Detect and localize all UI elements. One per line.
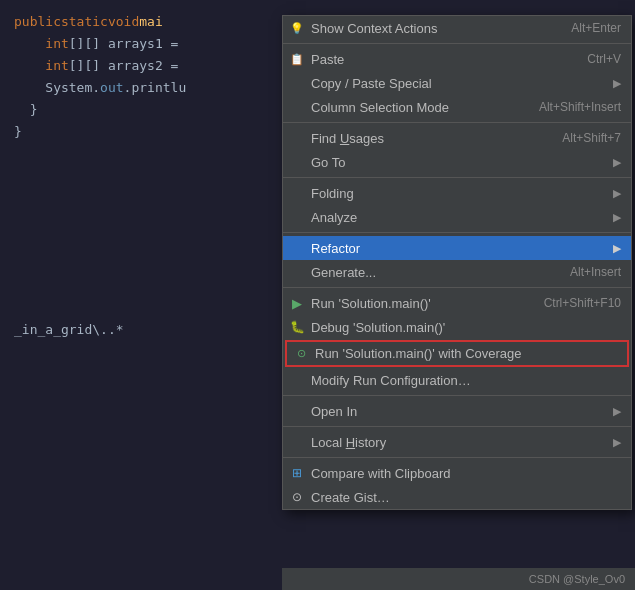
arrow-icon: ▶: [613, 77, 621, 90]
menu-label: Show Context Actions: [311, 21, 437, 36]
code-line-8: [0, 164, 280, 186]
run-icon: ▶: [289, 295, 305, 311]
code-editor: public static void mai int [][] arrays1 …: [0, 0, 280, 590]
menu-label: Go To: [311, 155, 345, 170]
menu-label: Refactor: [311, 241, 360, 256]
arrow-icon: ▶: [613, 156, 621, 169]
menu-label: Compare with Clipboard: [311, 466, 450, 481]
menu-label: Find Usages: [311, 131, 384, 146]
separator-8: [283, 457, 631, 458]
menu-item-modify-run[interactable]: Modify Run Configuration…: [283, 368, 631, 392]
code-line-15: _in_a_grid\..*: [0, 318, 280, 340]
code-line-9: [0, 186, 280, 208]
separator-1: [283, 43, 631, 44]
menu-item-debug[interactable]: 🐛 Debug 'Solution.main()': [283, 315, 631, 339]
shortcut: Alt+Enter: [571, 21, 621, 35]
menu-item-compare-clipboard[interactable]: ⊞ Compare with Clipboard: [283, 461, 631, 485]
separator-5: [283, 287, 631, 288]
shortcut: Alt+Shift+7: [562, 131, 621, 145]
shortcut: Ctrl+V: [587, 52, 621, 66]
menu-label: Debug 'Solution.main()': [311, 320, 445, 335]
shortcut: Alt+Insert: [570, 265, 621, 279]
menu-label: Run 'Solution.main()': [311, 296, 431, 311]
menu-label: Run 'Solution.main()' with Coverage: [315, 346, 522, 361]
code-line-7: [0, 142, 280, 164]
arrow-icon: ▶: [613, 405, 621, 418]
menu-item-show-context[interactable]: 💡 Show Context Actions Alt+Enter: [283, 16, 631, 40]
code-line-3: int [][] arrays2 =: [0, 54, 280, 76]
code-line-2: int [][] arrays1 =: [0, 32, 280, 54]
coverage-icon: ⊙: [293, 346, 309, 362]
shortcut: Alt+Shift+Insert: [539, 100, 621, 114]
paste-icon: 📋: [289, 51, 305, 67]
separator-4: [283, 232, 631, 233]
menu-item-run-coverage[interactable]: ⊙ Run 'Solution.main()' with Coverage: [285, 340, 629, 367]
menu-item-refactor[interactable]: Refactor ▶: [283, 236, 631, 260]
menu-item-create-gist[interactable]: ⊙ Create Gist…: [283, 485, 631, 509]
menu-label: Create Gist…: [311, 490, 390, 505]
code-line-10: [0, 208, 280, 230]
menu-label: Folding: [311, 186, 354, 201]
menu-label: Column Selection Mode: [311, 100, 449, 115]
code-line-5: }: [0, 98, 280, 120]
compare-icon: ⊞: [289, 465, 305, 481]
menu-item-local-history[interactable]: Local History ▶: [283, 430, 631, 454]
code-line-6: }: [0, 120, 280, 142]
arrow-icon: ▶: [613, 436, 621, 449]
menu-item-column-selection[interactable]: Column Selection Mode Alt+Shift+Insert: [283, 95, 631, 119]
menu-label: Local History: [311, 435, 386, 450]
code-line-12: [0, 252, 280, 274]
menu-item-find-usages[interactable]: Find Usages Alt+Shift+7: [283, 126, 631, 150]
menu-label: Copy / Paste Special: [311, 76, 432, 91]
code-line-13: [0, 274, 280, 296]
menu-label: Open In: [311, 404, 357, 419]
menu-item-copy-paste-special[interactable]: Copy / Paste Special ▶: [283, 71, 631, 95]
menu-item-open-in[interactable]: Open In ▶: [283, 399, 631, 423]
menu-label: Modify Run Configuration…: [311, 373, 471, 388]
separator-2: [283, 122, 631, 123]
menu-item-folding[interactable]: Folding ▶: [283, 181, 631, 205]
separator-3: [283, 177, 631, 178]
menu-item-generate[interactable]: Generate... Alt+Insert: [283, 260, 631, 284]
menu-item-analyze[interactable]: Analyze ▶: [283, 205, 631, 229]
debug-icon: 🐛: [289, 319, 305, 335]
code-line-1: public static void mai: [0, 10, 280, 32]
bulb-icon: 💡: [289, 20, 305, 36]
arrow-icon: ▶: [613, 242, 621, 255]
menu-label: Paste: [311, 52, 344, 67]
menu-item-paste[interactable]: 📋 Paste Ctrl+V: [283, 47, 631, 71]
bottom-bar-text: CSDN @Style_Ov0: [529, 573, 625, 585]
context-menu: 💡 Show Context Actions Alt+Enter 📋 Paste…: [282, 15, 632, 510]
separator-7: [283, 426, 631, 427]
code-line-4: System. out .printlu: [0, 76, 280, 98]
menu-label: Generate...: [311, 265, 376, 280]
shortcut: Ctrl+Shift+F10: [544, 296, 621, 310]
menu-item-go-to[interactable]: Go To ▶: [283, 150, 631, 174]
separator-6: [283, 395, 631, 396]
code-line-14: [0, 296, 280, 318]
code-line-11: [0, 230, 280, 252]
menu-item-run[interactable]: ▶ Run 'Solution.main()' Ctrl+Shift+F10: [283, 291, 631, 315]
arrow-icon: ▶: [613, 187, 621, 200]
bottom-bar: CSDN @Style_Ov0: [282, 568, 635, 590]
menu-label: Analyze: [311, 210, 357, 225]
gist-icon: ⊙: [289, 489, 305, 505]
arrow-icon: ▶: [613, 211, 621, 224]
